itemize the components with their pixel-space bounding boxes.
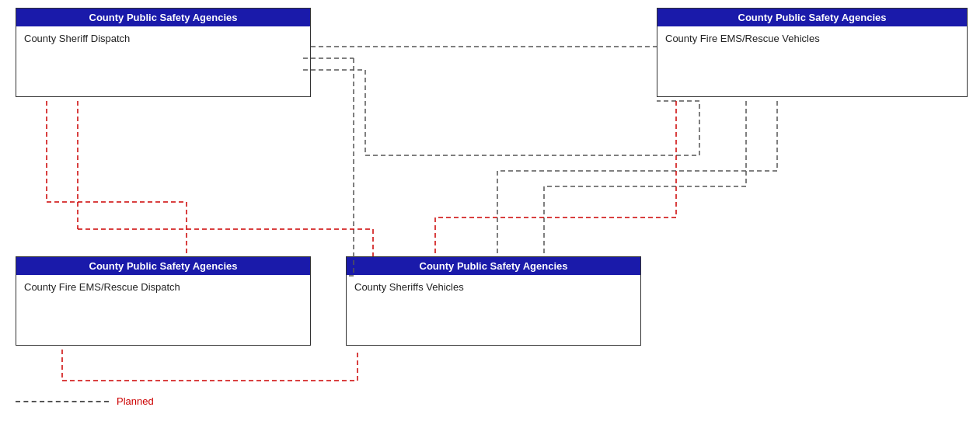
fire-ems-vehicles-body: County Fire EMS/Rescue Vehicles [657,26,967,50]
diagram-container: County Public Safety Agencies County She… [0,0,980,421]
legend-line [16,401,109,402]
sheriff-dispatch-body: County Sheriff Dispatch [16,26,310,50]
node-sheriff-dispatch: County Public Safety Agencies County She… [16,8,311,97]
node-sheriffs-vehicles: County Public Safety Agencies County She… [346,256,641,346]
sheriff-dispatch-header: County Public Safety Agencies [16,9,310,26]
node-fire-ems-dispatch: County Public Safety Agencies County Fir… [16,256,311,346]
legend-label: Planned [117,395,154,407]
legend: Planned [16,395,154,407]
sheriffs-vehicles-header: County Public Safety Agencies [347,257,640,275]
fire-ems-vehicles-header: County Public Safety Agencies [657,9,967,26]
fire-ems-dispatch-body: County Fire EMS/Rescue Dispatch [16,275,310,299]
sheriffs-vehicles-body: County Sheriffs Vehicles [347,275,640,299]
node-fire-ems-vehicles: County Public Safety Agencies County Fir… [657,8,968,97]
fire-ems-dispatch-header: County Public Safety Agencies [16,257,310,275]
